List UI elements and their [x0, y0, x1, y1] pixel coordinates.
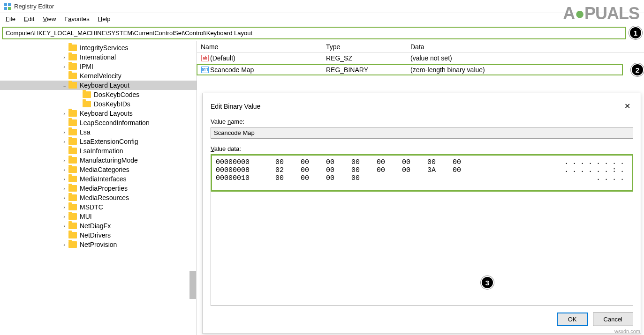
tree-scrollbar-thumb[interactable] — [189, 271, 196, 299]
tree-item-label: LsaInformation — [80, 147, 123, 155]
annotation-badge-1: 1 — [629, 26, 642, 39]
tree-item-label: International — [80, 53, 116, 61]
tree-item[interactable]: LsaInformation — [0, 146, 197, 156]
column-type[interactable]: Type — [326, 43, 410, 51]
tree-item-label: Keyboard Layout — [80, 82, 129, 89]
tree-item-label: LeapSecondInformation — [80, 119, 150, 127]
chevron-icon[interactable]: › — [61, 214, 68, 219]
tree-item-label: NetProvision — [80, 241, 117, 248]
tree-item[interactable]: ›Lsa — [0, 127, 197, 137]
tree-item[interactable]: ›IPMI — [0, 62, 197, 71]
tree-item[interactable]: ›MediaProperties — [0, 184, 197, 193]
chevron-icon[interactable]: ⌄ — [61, 82, 68, 89]
folder-icon — [68, 223, 77, 229]
tree-item[interactable]: ›International — [0, 52, 197, 62]
tree-item[interactable]: ›Keyboard Layouts — [0, 109, 197, 118]
hex-row[interactable]: 00000000 00 00 00 00 00 00 00 00........ — [216, 158, 628, 166]
ok-button[interactable]: OK — [557, 313, 588, 326]
tree-item-label: MSDTC — [80, 203, 103, 211]
menu-file[interactable]: File — [2, 15, 19, 23]
hex-offset: 00000010 — [216, 174, 263, 182]
hex-row[interactable]: 00000010 00 00 00 00.... — [216, 174, 628, 182]
value-type: REG_BINARY — [326, 66, 410, 74]
address-bar[interactable] — [2, 27, 626, 39]
chevron-icon[interactable]: › — [61, 223, 68, 229]
hex-bytes[interactable]: 00 00 00 00 00 00 00 00 — [263, 158, 461, 166]
tree-item[interactable]: ›LsaExtensionConfig — [0, 137, 197, 146]
chevron-icon[interactable]: › — [61, 64, 68, 69]
menu-edit[interactable]: Edit — [20, 15, 38, 23]
hex-offset: 00000008 — [216, 166, 263, 174]
hex-editor[interactable]: 00000000 00 00 00 00 00 00 00 00........… — [211, 154, 633, 192]
tree-item[interactable]: ›ManufacturingMode — [0, 156, 197, 165]
tree-item[interactable]: ⌄Keyboard Layout — [0, 81, 197, 90]
chevron-icon[interactable]: › — [61, 195, 68, 201]
folder-icon — [83, 101, 91, 107]
value-row[interactable]: 011Scancode MapREG_BINARY(zero-length bi… — [197, 65, 622, 75]
chevron-icon[interactable]: › — [61, 139, 68, 144]
value-name: Scancode Map — [210, 66, 326, 74]
hex-row[interactable]: 00000008 02 00 00 00 00 00 3A 00......:. — [216, 166, 628, 174]
folder-icon — [68, 148, 77, 154]
value-name-input — [211, 127, 633, 139]
chevron-icon[interactable]: › — [61, 129, 68, 135]
value-row[interactable]: ab(Default)REG_SZ(value not set) — [197, 53, 644, 63]
folder-icon — [83, 91, 91, 98]
hex-bytes[interactable]: 02 00 00 00 00 00 3A 00 — [263, 166, 461, 174]
cancel-button[interactable]: Cancel — [593, 313, 633, 326]
tree-item[interactable]: ›MUI — [0, 212, 197, 221]
chevron-icon[interactable]: › — [61, 54, 68, 60]
folder-icon — [68, 232, 77, 238]
tree-item[interactable]: NetDrivers — [0, 231, 197, 240]
chevron-icon[interactable]: › — [61, 157, 68, 163]
tree-item[interactable]: LeapSecondInformation — [0, 118, 197, 127]
tree-item[interactable]: DosKeybIDs — [0, 99, 197, 109]
tree-item[interactable]: ›MSDTC — [0, 202, 197, 212]
chevron-icon[interactable]: › — [61, 242, 68, 247]
chevron-icon[interactable]: › — [61, 204, 68, 210]
tree-item[interactable]: ›MediaResources — [0, 193, 197, 202]
tree-item-label: DosKeybCodes — [94, 91, 139, 98]
tree-item-label: KernelVelocity — [80, 72, 121, 80]
column-data[interactable]: Data — [410, 43, 644, 51]
hex-editor-empty-area[interactable] — [211, 192, 633, 306]
hex-ascii: ......:. — [564, 166, 628, 174]
tree-item[interactable]: ›NetProvision — [0, 240, 197, 249]
chevron-icon[interactable]: › — [61, 176, 68, 182]
close-icon[interactable]: ✕ — [621, 101, 633, 112]
value-data: (zero-length binary value) — [410, 66, 622, 74]
chevron-icon[interactable]: › — [61, 186, 68, 191]
window-title: Registry Editor — [14, 3, 54, 10]
tree-item-label: IntegrityServices — [80, 44, 128, 52]
regedit-icon — [4, 3, 11, 10]
tree-pane[interactable]: IntegrityServices›International›IPMIKern… — [0, 41, 197, 335]
menu-help[interactable]: Help — [94, 15, 114, 23]
tree-item-label: MediaProperties — [80, 185, 128, 192]
tree-item[interactable]: ›MediaCategories — [0, 165, 197, 174]
tree-item-label: Keyboard Layouts — [80, 110, 133, 117]
folder-icon — [68, 204, 77, 210]
string-value-icon: ab — [201, 55, 209, 61]
tree-item-label: NetDrivers — [80, 231, 111, 239]
hex-bytes[interactable]: 00 00 00 00 — [263, 174, 360, 182]
tree-item[interactable]: ›MediaInterfaces — [0, 174, 197, 184]
column-name[interactable]: Name — [197, 43, 326, 51]
tree-item-label: MediaInterfaces — [80, 175, 127, 183]
edit-binary-dialog: Edit Binary Value ✕ Value name: Value da… — [203, 93, 641, 334]
tree-item-label: DosKeybIDs — [94, 100, 130, 108]
folder-icon — [68, 166, 77, 173]
tree-item[interactable]: ›NetDiagFx — [0, 221, 197, 231]
folder-icon — [68, 185, 77, 192]
binary-value-icon: 011 — [201, 67, 209, 73]
hex-ascii: ........ — [564, 158, 628, 166]
tree-item-label: MUI — [80, 213, 92, 220]
tree-item[interactable]: DosKeybCodes — [0, 90, 197, 99]
tree-item-label: MediaResources — [80, 194, 129, 201]
chevron-icon[interactable]: › — [61, 111, 68, 116]
menu-view[interactable]: View — [39, 15, 60, 23]
tree-item[interactable]: KernelVelocity — [0, 71, 197, 81]
folder-icon — [68, 119, 77, 126]
menu-favorites[interactable]: Favorites — [61, 15, 93, 23]
chevron-icon[interactable]: › — [61, 167, 68, 172]
tree-item[interactable]: IntegrityServices — [0, 43, 197, 52]
